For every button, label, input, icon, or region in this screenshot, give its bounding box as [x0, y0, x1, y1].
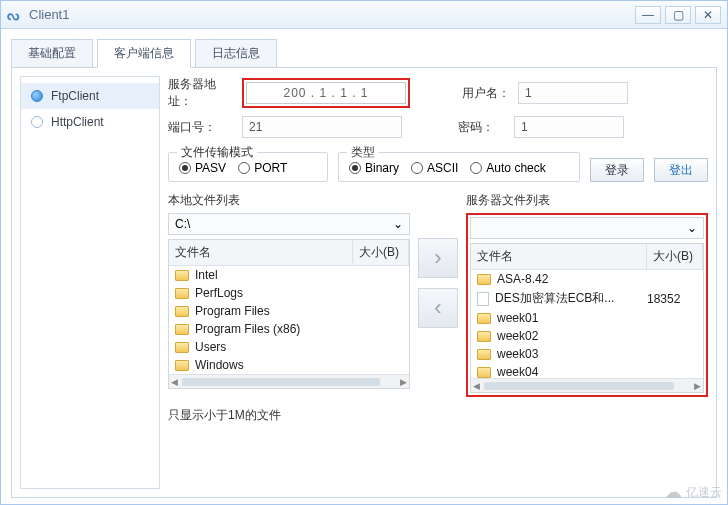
scrollbar[interactable]: ◀▶	[169, 374, 409, 388]
folder-icon	[477, 331, 491, 342]
server-label: 服务器地址：	[168, 76, 236, 110]
chevron-down-icon: ⌄	[393, 217, 403, 231]
close-button[interactable]: ✕	[695, 6, 721, 24]
user-label: 用户名：	[462, 85, 512, 102]
sidebar-item-label: FtpClient	[51, 89, 99, 103]
file-panels: 本地文件列表 C:\ ⌄ 文件名 大小(B) IntelPerfLogsProg…	[168, 188, 708, 397]
maximize-button[interactable]: ▢	[665, 6, 691, 24]
server-file-section: 服务器文件列表 ⌄ 文件名 大小(B) ASA	[466, 188, 708, 397]
type-group: 类型 Binary ASCII Auto check	[338, 152, 580, 182]
sidebar-item-httpclient[interactable]: HttpClient	[21, 109, 159, 135]
folder-icon	[175, 270, 189, 281]
folder-icon	[477, 367, 491, 378]
window-controls: — ▢ ✕	[635, 6, 721, 24]
row-port: 端口号： 密码：	[168, 116, 708, 138]
titlebar: ᔓ Client1 — ▢ ✕	[1, 1, 727, 29]
tab-body: FtpClient HttpClient 服务器地址： 200 . 1 . 1 …	[11, 68, 717, 498]
radio-dot-icon	[349, 162, 361, 174]
radio-port[interactable]: PORT	[238, 161, 287, 175]
list-item[interactable]: Program Files (x86)	[169, 320, 409, 338]
radio-autocheck[interactable]: Auto check	[470, 161, 545, 175]
list-item[interactable]: week03	[471, 345, 703, 363]
list-item[interactable]: Program Files	[169, 302, 409, 320]
list-item[interactable]: DES加密算法ECB和...18352	[471, 288, 703, 309]
scrollbar[interactable]: ◀▶	[471, 378, 703, 392]
col-size[interactable]: 大小(B)	[647, 244, 703, 269]
main-panel: 服务器地址： 200 . 1 . 1 . 1 用户名： 端口号： 密码：	[168, 76, 708, 489]
chevron-down-icon: ⌄	[687, 221, 697, 235]
watermark-text: 亿速云	[686, 484, 722, 501]
radio-dot-icon	[238, 162, 250, 174]
size-hint: 只显示小于1M的文件	[168, 407, 708, 424]
col-name[interactable]: 文件名	[471, 244, 647, 269]
radio-dot-icon	[179, 162, 191, 174]
minimize-button[interactable]: —	[635, 6, 661, 24]
status-dot-icon	[31, 90, 43, 102]
server-highlight: ⌄ 文件名 大小(B) ASA-8.42DES加密算法ECB和...18352w…	[466, 213, 708, 397]
watermark: ☁ 亿速云	[664, 481, 722, 503]
list-item[interactable]: PerfLogs	[169, 284, 409, 302]
file-name: PerfLogs	[195, 286, 347, 300]
list-item[interactable]: week02	[471, 327, 703, 345]
port-input[interactable]	[242, 116, 402, 138]
radio-dot-icon	[470, 162, 482, 174]
folder-icon	[477, 349, 491, 360]
server-title: 服务器文件列表	[466, 192, 708, 209]
local-path-combo[interactable]: C:\ ⌄	[168, 213, 410, 235]
file-name: Windows	[195, 358, 347, 372]
radio-dot-icon	[411, 162, 423, 174]
window-title: Client1	[29, 7, 635, 22]
file-name: week02	[497, 329, 641, 343]
logout-button[interactable]: 登出	[654, 158, 708, 182]
sidebar-item-label: HttpClient	[51, 115, 104, 129]
radio-binary[interactable]: Binary	[349, 161, 399, 175]
folder-icon	[175, 360, 189, 371]
server-file-list: 文件名 大小(B) ASA-8.42DES加密算法ECB和...18352wee…	[470, 243, 704, 393]
download-button[interactable]: ‹	[418, 288, 458, 328]
folder-icon	[175, 324, 189, 335]
list-item[interactable]: week01	[471, 309, 703, 327]
folder-icon	[175, 342, 189, 353]
tab-client-info[interactable]: 客户端信息	[97, 39, 191, 68]
status-dot-icon	[31, 116, 43, 128]
transfer-mode-legend: 文件传输模式	[177, 144, 257, 161]
list-item[interactable]: Users	[169, 338, 409, 356]
file-name: Program Files (x86)	[195, 322, 347, 336]
local-title: 本地文件列表	[168, 192, 410, 209]
folder-icon	[477, 274, 491, 285]
tab-basic-config[interactable]: 基础配置	[11, 39, 93, 68]
file-icon	[477, 292, 489, 306]
app-icon: ᔓ	[7, 7, 23, 23]
local-file-list: 文件名 大小(B) IntelPerfLogsProgram FilesProg…	[168, 239, 410, 389]
server-highlight: 200 . 1 . 1 . 1	[242, 78, 410, 108]
sidebar-item-ftpclient[interactable]: FtpClient	[21, 83, 159, 109]
list-item[interactable]: ASA-8.42	[471, 270, 703, 288]
radio-ascii[interactable]: ASCII	[411, 161, 458, 175]
port-label: 端口号：	[168, 119, 236, 136]
server-ip-input[interactable]: 200 . 1 . 1 . 1	[246, 82, 406, 104]
tab-log-info[interactable]: 日志信息	[195, 39, 277, 68]
col-size[interactable]: 大小(B)	[353, 240, 409, 265]
row-server: 服务器地址： 200 . 1 . 1 . 1 用户名：	[168, 76, 708, 110]
list-item[interactable]: Intel	[169, 266, 409, 284]
file-name: Program Files	[195, 304, 347, 318]
radio-pasv[interactable]: PASV	[179, 161, 226, 175]
folder-icon	[175, 306, 189, 317]
mode-row: 文件传输模式 PASV PORT 类型 Binary ASCII Auto ch…	[168, 146, 708, 182]
app-window: ᔓ Client1 — ▢ ✕ 基础配置 客户端信息 日志信息 FtpClien…	[0, 0, 728, 505]
file-name: week03	[497, 347, 641, 361]
file-name: week04	[497, 365, 641, 378]
col-name[interactable]: 文件名	[169, 240, 353, 265]
file-name: week01	[497, 311, 641, 325]
list-item[interactable]: week04	[471, 363, 703, 378]
username-input[interactable]	[518, 82, 628, 104]
file-size: 18352	[647, 292, 697, 306]
upload-button[interactable]: ›	[418, 238, 458, 278]
file-name: Users	[195, 340, 347, 354]
password-input[interactable]	[514, 116, 624, 138]
local-file-section: 本地文件列表 C:\ ⌄ 文件名 大小(B) IntelPerfLogsProg…	[168, 188, 410, 389]
list-item[interactable]: Windows	[169, 356, 409, 374]
server-path-combo[interactable]: ⌄	[470, 217, 704, 239]
local-path-value: C:\	[175, 217, 190, 231]
login-button[interactable]: 登录	[590, 158, 644, 182]
